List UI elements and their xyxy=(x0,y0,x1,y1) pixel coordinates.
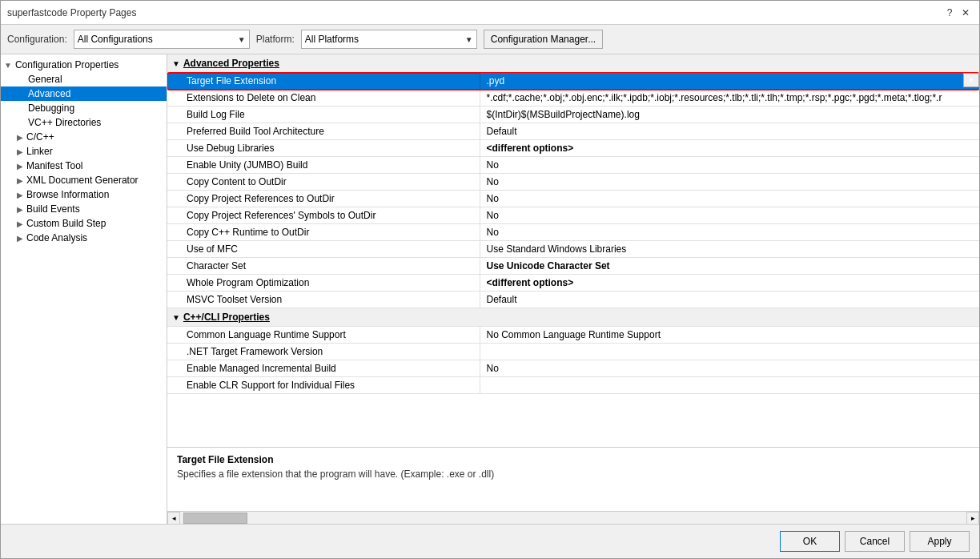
prop-row-copy-cpp-runtime[interactable]: Copy C++ Runtime to OutDirNo xyxy=(167,224,979,241)
prop-value-clr-individual xyxy=(480,377,979,394)
title-bar: superfastcode Property Pages ? ✕ xyxy=(1,1,979,25)
sidebar-item-linker[interactable]: ▶Linker xyxy=(1,144,167,159)
configuration-arrow-icon: ▼ xyxy=(238,35,246,44)
prop-value-enable-unity: No xyxy=(480,157,979,174)
sidebar-item-code-analysis[interactable]: ▶Code Analysis xyxy=(1,231,167,245)
prop-row-ext-delete-on-clean[interactable]: Extensions to Delete on Clean*.cdf;*.cac… xyxy=(167,90,979,107)
cancel-button[interactable]: Cancel xyxy=(845,531,905,552)
prop-name-copy-cpp-runtime: Copy C++ Runtime to OutDir xyxy=(167,224,480,241)
prop-value-use-mfc: Use Standard Windows Libraries xyxy=(480,241,979,258)
platform-value: All Platforms xyxy=(305,34,359,45)
prop-name-use-debug-libs: Use Debug Libraries xyxy=(167,140,480,157)
prop-row-pref-build-arch[interactable]: Preferred Build Tool ArchitectureDefault xyxy=(167,123,979,140)
prop-row-build-log-file[interactable]: Build Log File$(IntDir)$(MSBuildProjectN… xyxy=(167,107,979,123)
section-header-advanced[interactable]: ▼Advanced Properties xyxy=(167,54,979,73)
prop-row-whole-prog-opt[interactable]: Whole Program Optimization<different opt… xyxy=(167,275,979,292)
configuration-value: All Configurations xyxy=(78,34,153,45)
sidebar-item-manifest-tool[interactable]: ▶Manifest Tool xyxy=(1,159,167,173)
platform-label: Platform: xyxy=(256,34,295,45)
properties-grid: ▼Advanced PropertiesTarget File Extensio… xyxy=(167,54,979,394)
prop-name-copy-proj-refs-sym: Copy Project References' Symbols to OutD… xyxy=(167,207,480,224)
sidebar-item-label: Manifest Tool xyxy=(26,160,82,171)
prop-name-net-target-fw: .NET Target Framework Version xyxy=(167,344,480,360)
prop-name-copy-content: Copy Content to OutDir xyxy=(167,174,480,191)
prop-name-enable-unity: Enable Unity (JUMBO) Build xyxy=(167,157,480,174)
prop-name-target-file-ext: Target File Extension xyxy=(167,73,480,90)
sidebar-item-label: Linker xyxy=(26,146,53,157)
prop-value-pref-build-arch: Default xyxy=(480,123,979,140)
prop-row-use-mfc[interactable]: Use of MFCUse Standard Windows Libraries xyxy=(167,241,979,258)
sidebar-item-label: Configuration Properties xyxy=(15,59,118,70)
prop-row-copy-proj-refs[interactable]: Copy Project References to OutDirNo xyxy=(167,191,979,207)
prop-name-ext-delete-on-clean: Extensions to Delete on Clean xyxy=(167,90,480,107)
platform-dropdown[interactable]: All Platforms ▼ xyxy=(301,30,477,49)
collapse-icon: ▼ xyxy=(4,61,12,70)
prop-row-copy-content[interactable]: Copy Content to OutDirNo xyxy=(167,174,979,191)
scroll-right-button[interactable]: ▸ xyxy=(966,512,979,525)
section-label: C++/CLI Properties xyxy=(183,312,270,323)
properties-panel: ▼Advanced PropertiesTarget File Extensio… xyxy=(167,54,979,524)
prop-row-net-target-fw[interactable]: .NET Target Framework Version xyxy=(167,344,979,360)
sidebar: ▼Configuration PropertiesGeneralAdvanced… xyxy=(1,54,167,524)
footer: OK Cancel Apply xyxy=(1,524,979,558)
sidebar-item-general[interactable]: General xyxy=(1,72,167,86)
prop-name-whole-prog-opt: Whole Program Optimization xyxy=(167,275,480,292)
description-title: Target File Extension xyxy=(177,454,970,465)
prop-row-managed-incremental[interactable]: Enable Managed Incremental BuildNo xyxy=(167,360,979,377)
help-button[interactable]: ? xyxy=(942,6,957,20)
ok-button[interactable]: OK xyxy=(780,531,840,552)
prop-row-msvc-toolset[interactable]: MSVC Toolset VersionDefault xyxy=(167,292,979,308)
sidebar-item-custom-build-step[interactable]: ▶Custom Build Step xyxy=(1,216,167,231)
prop-value-clr-support: No Common Language Runtime Support xyxy=(480,327,979,344)
prop-value-char-set: Use Unicode Character Set xyxy=(480,258,979,275)
section-label: Advanced Properties xyxy=(183,58,279,69)
prop-name-managed-incremental: Enable Managed Incremental Build xyxy=(167,360,480,377)
toolbar: Configuration: All Configurations ▼ Plat… xyxy=(1,25,979,54)
sidebar-item-config-props[interactable]: ▼Configuration Properties xyxy=(1,58,167,72)
sidebar-item-xml-doc-gen[interactable]: ▶XML Document Generator xyxy=(1,173,167,187)
prop-row-clr-individual[interactable]: Enable CLR Support for Individual Files xyxy=(167,377,979,394)
scrollbar-thumb[interactable] xyxy=(183,513,247,524)
sidebar-item-advanced[interactable]: Advanced xyxy=(1,86,167,101)
section-header-cpp-cli[interactable]: ▼C++/CLI Properties xyxy=(167,308,979,327)
sidebar-item-label: Browse Information xyxy=(26,189,109,200)
sidebar-item-vc-dirs[interactable]: VC++ Directories xyxy=(1,115,167,130)
config-manager-button[interactable]: Configuration Manager... xyxy=(484,30,603,49)
prop-row-clr-support[interactable]: Common Language Runtime SupportNo Common… xyxy=(167,327,979,344)
expand-icon: ▶ xyxy=(17,234,23,243)
title-bar-left: superfastcode Property Pages xyxy=(7,7,136,18)
prop-value-use-debug-libs: <different options> xyxy=(480,140,979,157)
expand-icon: ▶ xyxy=(17,205,23,214)
prop-row-target-file-ext[interactable]: Target File Extension.pyd▼ xyxy=(167,73,979,90)
configuration-label: Configuration: xyxy=(7,34,67,45)
prop-row-enable-unity[interactable]: Enable Unity (JUMBO) BuildNo xyxy=(167,157,979,174)
prop-value-copy-proj-refs: No xyxy=(480,191,979,207)
prop-value-dropdown-icon[interactable]: ▼ xyxy=(963,73,979,87)
prop-value-managed-incremental: No xyxy=(480,360,979,377)
expand-icon: ▶ xyxy=(17,147,23,156)
prop-row-copy-proj-refs-sym[interactable]: Copy Project References' Symbols to OutD… xyxy=(167,207,979,224)
sidebar-item-label: XML Document Generator xyxy=(26,175,139,186)
prop-value-net-target-fw xyxy=(480,344,979,360)
prop-name-copy-proj-refs: Copy Project References to OutDir xyxy=(167,191,480,207)
prop-name-msvc-toolset: MSVC Toolset Version xyxy=(167,292,480,308)
apply-button[interactable]: Apply xyxy=(910,531,970,552)
platform-arrow-icon: ▼ xyxy=(465,35,473,44)
scrollbar-track[interactable] xyxy=(180,512,966,525)
sidebar-item-browse-info[interactable]: ▶Browse Information xyxy=(1,187,167,202)
sidebar-item-build-events[interactable]: ▶Build Events xyxy=(1,202,167,216)
prop-row-char-set[interactable]: Character SetUse Unicode Character Set xyxy=(167,258,979,275)
configuration-dropdown[interactable]: All Configurations ▼ xyxy=(74,30,250,49)
horizontal-scrollbar[interactable]: ◂ ▸ xyxy=(167,511,979,524)
close-button[interactable]: ✕ xyxy=(958,6,973,20)
prop-row-use-debug-libs[interactable]: Use Debug Libraries<different options> xyxy=(167,140,979,157)
section-collapse-icon[interactable]: ▼ xyxy=(172,313,180,322)
scroll-left-button[interactable]: ◂ xyxy=(167,512,180,525)
section-collapse-icon[interactable]: ▼ xyxy=(172,59,180,68)
sidebar-item-debugging[interactable]: Debugging xyxy=(1,101,167,115)
sidebar-tree: ▼Configuration PropertiesGeneralAdvanced… xyxy=(1,58,167,245)
sidebar-item-label: Advanced xyxy=(28,88,70,99)
title-bar-controls: ? ✕ xyxy=(942,6,973,20)
sidebar-item-cpp[interactable]: ▶C/C++ xyxy=(1,130,167,144)
sidebar-item-label: Debugging xyxy=(28,103,74,114)
